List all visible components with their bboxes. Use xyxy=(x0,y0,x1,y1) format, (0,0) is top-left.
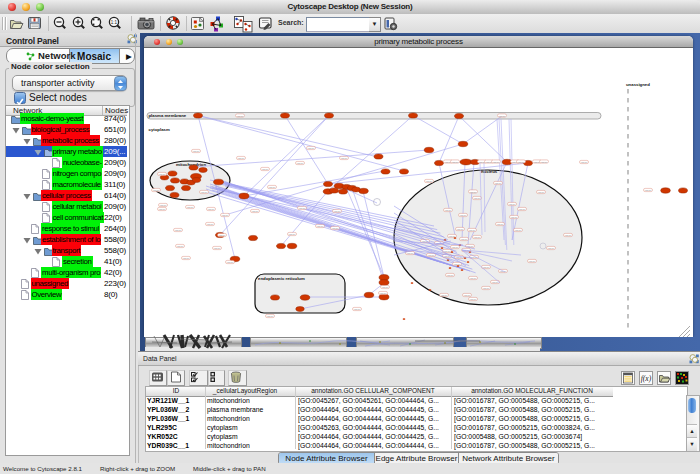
svg-text:endoplasmic reticulum: endoplasmic reticulum xyxy=(258,276,305,281)
svg-text:[xx:x]: [xx:x] xyxy=(464,294,470,297)
svg-text:[xx:x]: [xx:x] xyxy=(201,191,207,194)
svg-text:nucleus: nucleus xyxy=(481,169,498,174)
svg-text:[xx:x]: [xx:x] xyxy=(447,274,453,277)
svg-text:[xx:x]: [xx:x] xyxy=(308,147,314,150)
svg-text:[xx:x]: [xx:x] xyxy=(474,236,480,239)
svg-text:[xx:x]: [xx:x] xyxy=(483,266,489,269)
svg-text:[xx:x]: [xx:x] xyxy=(187,206,193,209)
svg-text:[xx:x]: [xx:x] xyxy=(548,247,554,250)
svg-text:[xx:x]: [xx:x] xyxy=(382,286,388,289)
svg-text:[xx:x]: [xx:x] xyxy=(497,223,503,226)
svg-text:[xx:x]: [xx:x] xyxy=(469,229,475,232)
svg-text:[xx:x]: [xx:x] xyxy=(252,210,258,213)
svg-text:[xx:x]: [xx:x] xyxy=(380,292,386,295)
svg-text:[xx:x]: [xx:x] xyxy=(541,161,547,164)
svg-text:[xx:x]: [xx:x] xyxy=(159,173,165,176)
svg-text:[xx:x]: [xx:x] xyxy=(581,161,587,164)
svg-text:[xx:x]: [xx:x] xyxy=(354,308,360,311)
svg-text:[xx:x]: [xx:x] xyxy=(207,223,213,226)
svg-text:[xx:x]: [xx:x] xyxy=(208,208,214,211)
svg-text:[xx:x]: [xx:x] xyxy=(334,210,340,213)
svg-text:plasma membrane: plasma membrane xyxy=(149,113,187,118)
svg-text:[xx:x]: [xx:x] xyxy=(511,216,517,219)
svg-text:[xx:x]: [xx:x] xyxy=(428,254,434,257)
svg-text:[xx:x]: [xx:x] xyxy=(483,287,489,290)
svg-text:[xx:x]: [xx:x] xyxy=(175,229,181,232)
svg-text:[xx:x]: [xx:x] xyxy=(193,150,199,153)
svg-text:unassigned: unassigned xyxy=(626,82,650,87)
svg-text:[xx:x]: [xx:x] xyxy=(289,233,295,236)
svg-text:[xx:x]: [xx:x] xyxy=(219,234,225,237)
svg-text:[xx:x]: [xx:x] xyxy=(509,203,515,206)
svg-text:[xx:x]: [xx:x] xyxy=(452,246,458,249)
svg-text:[xx:x]: [xx:x] xyxy=(529,260,535,263)
svg-text:[xx:x]: [xx:x] xyxy=(153,189,159,192)
svg-text:[xx:x]: [xx:x] xyxy=(474,197,480,200)
svg-text:[xx:x]: [xx:x] xyxy=(470,191,476,194)
svg-text:cytoplasm: cytoplasm xyxy=(149,127,170,132)
svg-text:[xx:x]: [xx:x] xyxy=(267,315,273,318)
svg-text:[xx:x]: [xx:x] xyxy=(499,115,505,118)
svg-text:[xx:x]: [xx:x] xyxy=(645,189,651,192)
svg-text:[xx:x]: [xx:x] xyxy=(317,225,323,228)
svg-text:[xx:x]: [xx:x] xyxy=(222,214,228,217)
svg-text:[xx:x]: [xx:x] xyxy=(407,252,413,255)
svg-text:[xx:x]: [xx:x] xyxy=(515,229,521,232)
svg-text:[xx:x]: [xx:x] xyxy=(160,204,166,207)
svg-text:[xx:x]: [xx:x] xyxy=(299,207,305,210)
svg-text:[xx:x]: [xx:x] xyxy=(538,191,544,194)
svg-text:[xx:x]: [xx:x] xyxy=(237,115,243,118)
svg-text:[xx:x]: [xx:x] xyxy=(238,157,244,160)
svg-text:[xx:x]: [xx:x] xyxy=(461,238,467,241)
svg-text:[xx:x]: [xx:x] xyxy=(297,162,303,165)
svg-text:1:1: 1:1 xyxy=(111,20,118,25)
svg-text:[xx:x]: [xx:x] xyxy=(518,161,524,164)
svg-text:[xx:x]: [xx:x] xyxy=(460,214,466,217)
svg-text:[xx:x]: [xx:x] xyxy=(452,161,458,164)
svg-text:f(x): f(x) xyxy=(641,374,652,383)
svg-text:[xx:x]: [xx:x] xyxy=(470,277,476,280)
svg-text:[xx:x]: [xx:x] xyxy=(493,161,499,164)
svg-text:[xx:x]: [xx:x] xyxy=(269,186,275,189)
svg-text:[xx:x]: [xx:x] xyxy=(470,298,476,301)
svg-text:[xx:x]: [xx:x] xyxy=(519,208,525,211)
svg-text:[xx:x]: [xx:x] xyxy=(441,294,447,297)
svg-text:[xx:x]: [xx:x] xyxy=(500,270,506,273)
svg-text:[xx:x]: [xx:x] xyxy=(262,168,268,171)
svg-text:[xx:x]: [xx:x] xyxy=(332,227,338,230)
svg-text:[xx:x]: [xx:x] xyxy=(426,180,432,183)
svg-text:[xx:x]: [xx:x] xyxy=(183,257,189,260)
svg-text:[xx:x]: [xx:x] xyxy=(177,245,183,248)
svg-text:[xx:x]: [xx:x] xyxy=(457,228,463,231)
svg-text:[xx:x]: [xx:x] xyxy=(565,234,571,237)
svg-text:[xx:x]: [xx:x] xyxy=(492,281,498,284)
svg-text:[xx:x]: [xx:x] xyxy=(159,208,165,211)
svg-text:[xx:x]: [xx:x] xyxy=(227,261,233,264)
svg-text:[xx:x]: [xx:x] xyxy=(341,157,347,160)
svg-text:[xx:x]: [xx:x] xyxy=(445,209,451,212)
svg-text:[xx:x]: [xx:x] xyxy=(495,182,501,185)
svg-text:[xx:x]: [xx:x] xyxy=(214,247,220,250)
